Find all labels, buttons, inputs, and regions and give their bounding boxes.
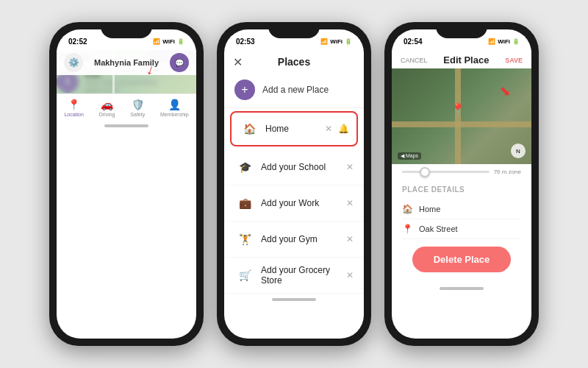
screen-2: 02:53 📶 WiFi 🔋 ✕ Places + Add a new Plac…: [224, 29, 364, 339]
place-name-text: Home: [419, 205, 440, 213]
nav-location[interactable]: 📍 Location: [64, 99, 83, 117]
home-icon: 🏠: [243, 123, 256, 135]
time-1: 02:52: [68, 38, 87, 46]
place-name-row[interactable]: 🏠 Home: [402, 199, 521, 219]
phone-2: 02:53 📶 WiFi 🔋 ✕ Places + Add a new Plac…: [217, 22, 371, 346]
satellite-arrow-icon: ➡: [495, 81, 514, 100]
places-screen: ✕ Places + Add a new Place 🏠 Home ✕ 🔔: [224, 50, 364, 294]
grocery-icon: 🛒: [239, 269, 251, 281]
screen-1: 02:52 📶 WiFi 🔋 ⚙️ Makhynia Family 💬 ↓: [57, 29, 196, 339]
home-remove-button[interactable]: ✕: [325, 124, 332, 134]
work-icon-wrap: 💼: [234, 193, 255, 213]
home-actions: ✕ 🔔: [325, 124, 349, 134]
map-screen: ⚙️ Makhynia Family 💬 ↓ People 📍 Places: [57, 50, 196, 93]
places-title: Places: [278, 56, 310, 68]
cancel-button[interactable]: CANCEL: [401, 57, 428, 64]
nav-location-label: Location: [64, 112, 83, 117]
place-details-section: Place details 🏠 Home 📍 Oak Street Delete…: [392, 180, 531, 283]
bottom-nav: 📍 Location 🚗 Driving 🛡️ Safety 👤 Members…: [57, 93, 196, 120]
work-remove-button[interactable]: ✕: [346, 198, 354, 208]
school-remove-button[interactable]: ✕: [346, 162, 354, 172]
nav-membership-label: Membership: [160, 112, 189, 117]
home-label: Home: [265, 124, 325, 134]
edit-place-header: CANCEL Edit Place SAVE: [392, 50, 531, 68]
location-detail-icon: 📍: [402, 224, 413, 234]
gym-label: Add your Gym: [261, 234, 346, 244]
place-home[interactable]: 🏠 Home ✕ 🔔: [230, 111, 358, 146]
time-2: 02:53: [236, 38, 255, 46]
phone-1: 02:52 📶 WiFi 🔋 ⚙️ Makhynia Family 💬 ↓: [49, 22, 204, 346]
radius-slider-track[interactable]: [402, 171, 490, 173]
nav-membership[interactable]: 👤 Membership: [160, 99, 189, 117]
satellite-road-h: [392, 121, 531, 127]
address-row[interactable]: 📍 Oak Street: [402, 219, 521, 239]
radius-label: 76 m zone: [494, 169, 521, 175]
gym-icon-wrap: 🏋️: [234, 229, 255, 250]
grocery-label: Add your Grocery Store: [261, 265, 346, 286]
work-icon: 💼: [239, 197, 251, 209]
phone-3: 02:54 📶 WiFi 🔋 CANCEL Edit Place SAVE ◀ …: [384, 22, 539, 346]
screen-3: 02:54 📶 WiFi 🔋 CANCEL Edit Place SAVE ◀ …: [392, 29, 531, 339]
compass-icon: N: [511, 144, 526, 158]
time-3: 02:54: [404, 38, 423, 46]
nav-driving[interactable]: 🚗 Driving: [99, 99, 115, 117]
place-gym[interactable]: 🏋️ Add your Gym ✕: [224, 222, 364, 258]
nav-driving-label: Driving: [99, 112, 115, 117]
school-icon-wrap: 🎓: [234, 157, 255, 177]
map-header: ⚙️ Makhynia Family 💬: [57, 50, 196, 75]
status-icons-3: 📶 WiFi 🔋: [488, 38, 520, 45]
satellite-map: ◀ Maps 📍 ➡ N: [392, 68, 531, 164]
save-button[interactable]: SAVE: [505, 57, 523, 64]
radius-slider-row: 76 m zone: [392, 164, 531, 180]
add-circle-icon: +: [234, 79, 255, 100]
notch-2: [268, 22, 320, 38]
notch-3: [436, 22, 487, 38]
status-icons-1: 📶 WiFi 🔋: [153, 38, 184, 45]
grocery-remove-button[interactable]: ✕: [346, 270, 354, 280]
gym-icon: 🏋️: [239, 233, 251, 245]
nav-safety-label: Safety: [130, 112, 145, 117]
home-detail-icon: 🏠: [402, 204, 413, 214]
map-background: ⚙️ Makhynia Family 💬 ↓ People 📍 Places: [57, 50, 196, 93]
nav-safety[interactable]: 🛡️ Safety: [130, 99, 145, 117]
school-label: Add your School: [261, 162, 346, 172]
home-bell-icon[interactable]: 🔔: [338, 124, 349, 134]
gym-remove-button[interactable]: ✕: [346, 234, 354, 244]
membership-icon: 👤: [168, 99, 181, 110]
work-label: Add your Work: [261, 198, 346, 208]
edit-place-title: Edit Place: [443, 54, 489, 66]
delete-btn-wrap: Delete Place: [402, 239, 521, 278]
add-new-label: Add a new Place: [262, 85, 329, 95]
place-school[interactable]: 🎓 Add your School ✕: [224, 149, 364, 185]
place-grocery[interactable]: 🛒 Add your Grocery Store ✕: [224, 258, 364, 294]
location-icon: 📍: [68, 99, 80, 110]
maps-label: ◀ Maps: [398, 152, 421, 160]
satellite-road-v: [455, 68, 461, 164]
safety-icon: 🛡️: [132, 99, 144, 110]
school-icon: 🎓: [239, 161, 251, 173]
home-indicator-3: [392, 283, 531, 294]
status-icons-2: 📶 WiFi 🔋: [320, 38, 352, 45]
driving-icon: 🚗: [101, 99, 113, 110]
gear-button[interactable]: ⚙️: [64, 53, 83, 72]
places-header: ✕ Places: [224, 50, 364, 72]
home-indicator-1: [57, 120, 196, 132]
address-text: Oak Street: [419, 224, 458, 233]
delete-place-button[interactable]: Delete Place: [412, 247, 511, 272]
notch-1: [101, 22, 152, 38]
home-indicator-2: [224, 294, 364, 305]
slider-thumb[interactable]: [420, 167, 430, 177]
edit-place-screen: CANCEL Edit Place SAVE ◀ Maps 📍 ➡ N: [392, 50, 531, 283]
grocery-icon-wrap: 🛒: [234, 265, 255, 286]
message-button[interactable]: 💬: [170, 53, 189, 72]
place-work[interactable]: 💼 Add your Work ✕: [224, 185, 364, 222]
add-new-place-row[interactable]: + Add a new Place: [224, 72, 364, 108]
close-button[interactable]: ✕: [233, 55, 243, 69]
details-heading: Place details: [402, 185, 521, 194]
home-icon-wrap: 🏠: [239, 118, 259, 139]
location-pin-icon: 📍: [451, 102, 465, 116]
